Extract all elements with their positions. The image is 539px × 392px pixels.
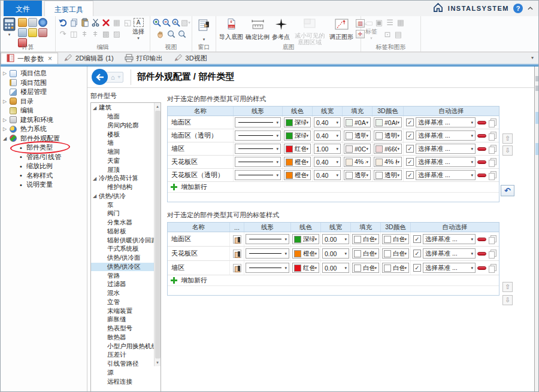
line-width-dropdown[interactable]: 0.40▾ xyxy=(314,130,341,141)
line-style-dropdown[interactable]: ▾ xyxy=(235,144,281,154)
sidebar-item[interactable]: 项目范围 xyxy=(1,78,87,88)
move-label-row-down-button[interactable]: ⇩ xyxy=(502,295,513,305)
delete-row-button[interactable] xyxy=(477,121,486,124)
tree-item[interactable]: 散热器 xyxy=(91,333,154,342)
color-3d-dropdown[interactable]: #66C▾ xyxy=(374,144,402,154)
auto-select-dropdown[interactable]: 选择基准 ...▾ xyxy=(416,117,476,127)
delete-icon[interactable] xyxy=(101,17,111,28)
line-width-dropdown[interactable]: 0.00▾ xyxy=(322,263,349,273)
line-width-dropdown[interactable]: 1.00▾ xyxy=(314,144,341,154)
delete-row-button[interactable] xyxy=(477,238,486,241)
tree-item[interactable]: ◢建筑 xyxy=(91,104,154,113)
auto-select-dropdown[interactable]: 选择基准 ...▾ xyxy=(416,157,476,167)
line-width-dropdown[interactable]: 0.40▾ xyxy=(314,157,341,167)
collapse-icon[interactable]: ◢ xyxy=(93,176,99,181)
tree-item[interactable]: 分集水器 xyxy=(91,218,154,227)
sidebar-item[interactable]: •名称样式 xyxy=(1,171,87,181)
line-style-dropdown[interactable]: ▾ xyxy=(235,117,281,127)
tree-item[interactable]: 辐射板 xyxy=(91,227,154,236)
set-scale-button[interactable]: 确定比例 xyxy=(244,18,271,41)
tree-item[interactable]: 混水 xyxy=(91,289,154,298)
window-list-button[interactable] xyxy=(197,19,211,34)
undo-icon[interactable] xyxy=(57,17,68,28)
line-width-dropdown[interactable]: 0.00▾ xyxy=(322,248,349,259)
heat-calc-tool-icon[interactable] xyxy=(18,18,27,27)
expand-history-icon[interactable]: ▿ xyxy=(118,74,120,80)
ribbon-tab-file[interactable]: 文件 xyxy=(4,1,42,16)
tab-list-icon[interactable]: ▾ xyxy=(531,55,534,60)
tree-item[interactable]: 立管 xyxy=(91,298,154,307)
scroll-down-icon[interactable]: ▼ xyxy=(155,359,161,366)
fill-dropdown[interactable]: #0AC▾ xyxy=(344,117,371,127)
move-row-down-button[interactable]: ⇩ xyxy=(502,145,513,156)
line-width-dropdown[interactable]: 0.40▾ xyxy=(314,170,341,180)
zoom-selection-icon[interactable] xyxy=(176,29,187,39)
tree-item[interactable]: 压差计 xyxy=(91,351,154,360)
line-color-dropdown[interactable]: 橙色▾ xyxy=(284,170,311,180)
sidebar-item[interactable]: ▷建筑和环境 xyxy=(1,116,87,125)
label-picker-button[interactable] xyxy=(233,264,241,272)
help-icon[interactable]: ? xyxy=(513,4,523,13)
sidebar-item[interactable]: ▷热力系统 xyxy=(1,124,87,134)
sidebar-item[interactable]: 楼层管理 xyxy=(1,87,87,97)
sidebar-item[interactable]: ▷项目信息 xyxy=(1,69,87,78)
sidebar-item[interactable]: •缩放比例 xyxy=(1,162,87,171)
line-color-dropdown[interactable]: 橙色▾ xyxy=(284,157,311,167)
tree-item[interactable]: 供热/供冷区 xyxy=(91,263,154,272)
reference-point-button[interactable]: 参考点 xyxy=(271,18,291,41)
add-row-button[interactable]: 增加新行 xyxy=(168,275,499,286)
line-width-dropdown[interactable]: 0.00▾ xyxy=(322,234,349,244)
import-basemap-button[interactable]: DWG 导入底图 xyxy=(218,18,244,41)
home-icon[interactable]: ⌂ xyxy=(111,74,115,81)
label-picker-button[interactable] xyxy=(233,250,241,258)
scrollbar-thumb[interactable] xyxy=(155,111,161,358)
sidebar-item[interactable]: ▷目录 xyxy=(1,97,87,107)
undo-changes-button[interactable]: ↶ xyxy=(501,185,514,196)
fill-dropdown[interactable]: 白色▾ xyxy=(352,248,379,259)
tree-item[interactable]: 管路 xyxy=(91,271,154,280)
line-style-dropdown[interactable]: ▾ xyxy=(246,248,289,259)
room-calc-tool-icon[interactable] xyxy=(28,18,37,27)
tree-scrollbar[interactable]: ▲ ▼ xyxy=(154,103,161,366)
expand-icon[interactable]: ▷ xyxy=(3,99,10,104)
expand-icon[interactable]: ▷ xyxy=(3,126,10,132)
collapse-ribbon-icon[interactable] xyxy=(527,6,534,11)
line-color-dropdown[interactable]: 深绿色▾ xyxy=(284,117,311,127)
line-color-dropdown[interactable]: 橙色▾ xyxy=(292,248,319,259)
delete-row-button[interactable] xyxy=(477,134,486,138)
auto-select-dropdown[interactable]: 选择基准 ...▾ xyxy=(416,130,476,141)
color-3d-dropdown[interactable]: 透明▾ xyxy=(374,130,402,141)
close-tab-icon[interactable]: × xyxy=(48,54,52,63)
line-color-dropdown[interactable]: 深绿▾ xyxy=(292,234,319,244)
tree-item[interactable]: 远程连接 xyxy=(91,377,154,386)
tree-item[interactable]: 干式系统板 xyxy=(91,245,154,254)
tree-item[interactable]: 墙洞 xyxy=(91,148,154,157)
tree-item[interactable]: 楼板 xyxy=(91,130,154,139)
auto-select-checkbox[interactable]: ✓ xyxy=(413,264,421,272)
collapse-icon[interactable]: ◢ xyxy=(93,105,99,111)
row-name-cell[interactable]: 天花板区（透明） xyxy=(168,169,234,181)
add-row-button[interactable]: 增加新行 xyxy=(168,182,499,193)
copy-row-button[interactable] xyxy=(488,250,496,258)
row-name-cell[interactable]: 天花板区 xyxy=(168,156,234,168)
settings-calc-tool-icon[interactable] xyxy=(18,28,27,37)
fill-dropdown[interactable]: 透明▾ xyxy=(344,170,371,180)
line-style-dropdown[interactable]: ▾ xyxy=(235,130,281,141)
delete-row-button[interactable] xyxy=(477,266,486,270)
color-3d-dropdown[interactable]: #0AC▾ xyxy=(374,117,402,127)
sidebar-item[interactable]: •管路/引线管 xyxy=(1,153,87,162)
line-width-dropdown[interactable]: 0.40▾ xyxy=(314,117,341,127)
auto-select-checkbox[interactable]: ✓ xyxy=(406,171,414,179)
zoom-in-icon[interactable] xyxy=(152,17,162,28)
tree-item[interactable]: ◢冷/热负荷计算 xyxy=(91,174,154,183)
fill-dropdown[interactable]: 白色▾ xyxy=(352,263,379,273)
document-tab[interactable]: 一般参数× xyxy=(1,53,58,64)
auto-select-dropdown[interactable]: 选择基准 ...▾ xyxy=(416,144,476,154)
fill-dropdown[interactable]: #0CC▾ xyxy=(344,144,371,154)
line-color-dropdown[interactable]: 深绿色▾ xyxy=(284,130,311,141)
delete-row-button[interactable] xyxy=(477,252,486,256)
line-style-dropdown[interactable]: ▾ xyxy=(235,170,281,180)
line-color-dropdown[interactable]: 红色▾ xyxy=(292,263,319,273)
tree-item[interactable]: 源 xyxy=(91,369,154,378)
sidebar-item[interactable]: •部件类型 xyxy=(1,143,87,153)
